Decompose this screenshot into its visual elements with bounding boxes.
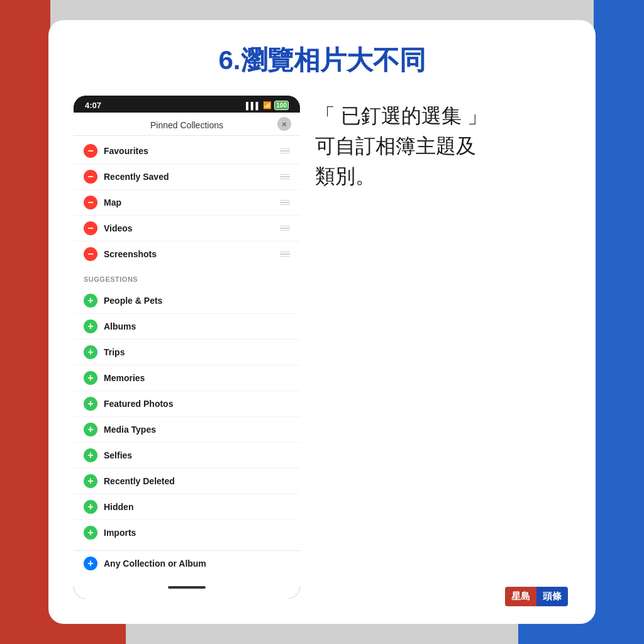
- remove-icon[interactable]: −: [84, 196, 97, 209]
- list-item[interactable]: + Media Types: [74, 417, 300, 443]
- remove-icon[interactable]: −: [84, 170, 97, 184]
- list-item[interactable]: + People & Pets: [74, 288, 300, 314]
- drag-handle: [280, 174, 290, 180]
- pinned-collections-header: Pinned Collections ×: [74, 113, 300, 136]
- signal-icon: ▌▌▌: [246, 102, 260, 109]
- phone-mockup: 4:07 ▌▌▌ 📶 100 Pinned Collections ×: [74, 96, 300, 599]
- suggestions-label: SUGGESTIONS: [74, 269, 300, 286]
- list-item[interactable]: + Featured Photos: [74, 391, 300, 417]
- list-item[interactable]: + Trips: [74, 340, 300, 365]
- status-icons: ▌▌▌ 📶 100: [246, 101, 289, 110]
- logo-part1: 星島: [505, 587, 536, 606]
- bg-left-red: [0, 0, 50, 644]
- list-item[interactable]: − Screenshots: [74, 242, 300, 267]
- item-label: Albums: [104, 321, 290, 331]
- list-item[interactable]: + Selfies: [74, 443, 300, 469]
- status-bar: 4:07 ▌▌▌ 📶 100: [74, 96, 300, 113]
- home-indicator: [168, 586, 206, 589]
- add-icon[interactable]: +: [84, 526, 97, 540]
- item-label: Hidden: [104, 502, 290, 512]
- logo-part2: 頭條: [536, 587, 568, 606]
- main-card: 6.瀏覽相片大不同 4:07 ▌▌▌ 📶 100 Pinned Collecti…: [48, 20, 596, 624]
- status-time: 4:07: [85, 101, 101, 110]
- pinned-list: − Favourites − Recently Saved − Map: [74, 136, 300, 269]
- list-item[interactable]: − Videos: [74, 216, 300, 242]
- add-icon[interactable]: +: [84, 319, 97, 333]
- list-item[interactable]: − Favourites: [74, 138, 300, 164]
- item-label: Recently Saved: [104, 172, 274, 182]
- add-icon[interactable]: +: [84, 500, 97, 514]
- battery-icon: 100: [274, 101, 289, 110]
- description-panel: 「 已釘選的選集 」可自訂相簿主題及類別。: [315, 96, 570, 599]
- item-label: Favourites: [104, 146, 274, 156]
- item-label: Recently Deleted: [104, 476, 290, 486]
- list-item[interactable]: + Memories: [74, 365, 300, 391]
- description-text: 「 已釘選的選集 」可自訂相簿主題及類別。: [315, 101, 570, 191]
- item-label: Media Types: [104, 425, 290, 435]
- item-label: Map: [104, 197, 274, 208]
- item-label: People & Pets: [104, 296, 290, 306]
- drag-handle: [280, 148, 290, 154]
- drag-handle: [280, 226, 290, 231]
- item-label: Featured Photos: [104, 399, 290, 409]
- add-icon[interactable]: +: [84, 397, 97, 411]
- remove-icon[interactable]: −: [84, 144, 97, 158]
- list-item[interactable]: + Hidden: [74, 494, 300, 520]
- pinned-title: Pinned Collections: [150, 120, 223, 130]
- content-row: 4:07 ▌▌▌ 📶 100 Pinned Collections ×: [74, 96, 570, 599]
- add-icon[interactable]: +: [84, 294, 97, 308]
- list-item[interactable]: + Recently Deleted: [74, 469, 300, 494]
- item-label: Imports: [104, 528, 290, 538]
- add-icon[interactable]: +: [84, 345, 97, 359]
- drag-handle: [280, 200, 290, 206]
- any-collection-item[interactable]: + Any Collection or Album: [74, 551, 300, 576]
- logo: 星島 頭條: [505, 587, 568, 606]
- item-label: Screenshots: [104, 249, 274, 259]
- suggestions-list: + People & Pets + Albums + Trips +: [74, 286, 300, 548]
- item-label: Videos: [104, 223, 274, 233]
- close-button[interactable]: ×: [277, 117, 291, 131]
- remove-icon[interactable]: −: [84, 247, 97, 261]
- item-label: Selfies: [104, 450, 290, 460]
- add-icon[interactable]: +: [84, 448, 97, 462]
- any-collection-label: Any Collection or Album: [104, 558, 290, 569]
- phone-content: Pinned Collections × − Favourites − Rece…: [74, 113, 300, 599]
- wifi-icon: 📶: [263, 101, 272, 109]
- add-icon[interactable]: +: [84, 423, 97, 436]
- add-icon[interactable]: +: [84, 474, 97, 488]
- page-title: 6.瀏覽相片大不同: [74, 43, 570, 78]
- drag-handle: [280, 252, 290, 257]
- add-icon[interactable]: +: [84, 371, 97, 385]
- list-item[interactable]: − Recently Saved: [74, 164, 300, 190]
- item-label: Memories: [104, 373, 290, 383]
- item-label: Trips: [104, 347, 290, 357]
- add-blue-icon[interactable]: +: [84, 557, 97, 570]
- list-item[interactable]: − Map: [74, 190, 300, 216]
- bg-right-blue: [594, 0, 644, 644]
- remove-icon[interactable]: −: [84, 221, 97, 235]
- list-item[interactable]: + Albums: [74, 314, 300, 340]
- list-item[interactable]: + Imports: [74, 520, 300, 545]
